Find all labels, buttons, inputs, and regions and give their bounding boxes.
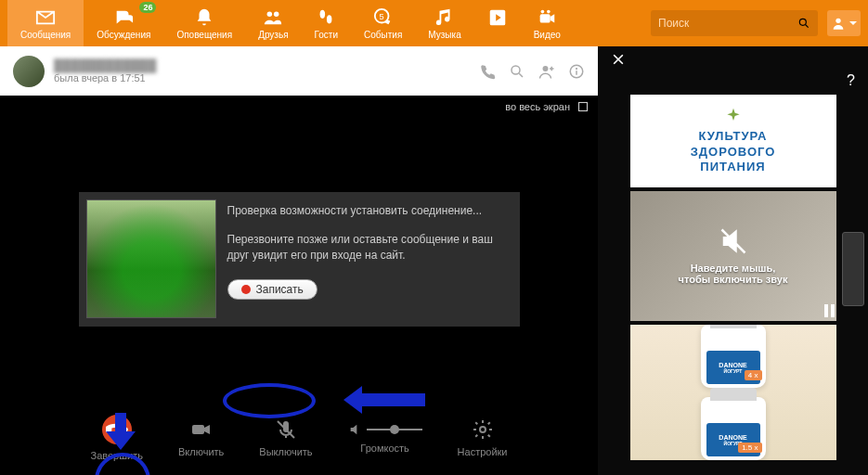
- nav-guests[interactable]: Гости: [302, 0, 351, 46]
- svg-point-1: [274, 11, 279, 16]
- svg-point-19: [480, 427, 486, 432]
- svg-rect-16: [579, 103, 588, 111]
- profile-menu[interactable]: [827, 10, 861, 36]
- pause-icon: [824, 304, 835, 317]
- nav-music[interactable]: Музыка: [415, 0, 473, 46]
- muted-icon: [719, 227, 747, 255]
- brand-text: DANONE: [719, 434, 746, 441]
- nav-messages[interactable]: Сообщения: [7, 0, 84, 46]
- nav-events[interactable]: 5 События: [351, 0, 415, 46]
- svg-point-13: [543, 66, 549, 71]
- video-icon: [190, 418, 213, 441]
- video-toggle[interactable]: Включить: [178, 418, 224, 457]
- svg-point-0: [267, 11, 273, 16]
- volume-control[interactable]: Громкость: [348, 422, 422, 454]
- nav-label: Оповещения: [176, 30, 232, 40]
- ctrl-label: Включить: [178, 446, 224, 457]
- search-input[interactable]: [658, 17, 797, 30]
- chat-header: ████████████ была вчера в 17:51: [0, 46, 598, 96]
- add-person-icon[interactable]: [538, 63, 555, 80]
- nav-label: Обсуждения: [97, 30, 150, 40]
- star-badge-icon: 5: [373, 7, 394, 28]
- last-seen: была вчера в 17:51: [54, 72, 470, 83]
- connection-status: Проверка возможности установить соединен…: [227, 203, 512, 219]
- svg-point-12: [512, 66, 520, 74]
- record-dot-icon: [241, 285, 251, 294]
- search-icon[interactable]: [509, 63, 525, 80]
- svg-point-7: [541, 9, 545, 13]
- bell-icon: [194, 7, 214, 28]
- svg-text:5: 5: [379, 11, 383, 20]
- ad-banner-2[interactable]: DANONEЙОГУРТ 4 x DANONEЙОГУРТ 1.5 x: [630, 325, 836, 460]
- close-icon[interactable]: [611, 52, 626, 67]
- settings-button[interactable]: Настройки: [458, 418, 508, 457]
- info-icon[interactable]: [568, 63, 585, 80]
- nav-label: Друзья: [258, 30, 288, 40]
- ctrl-label: Выключить: [259, 446, 312, 457]
- chat-bubbles-icon: [113, 7, 134, 28]
- brand-text: DANONE: [719, 362, 746, 368]
- price-tag: 1.5 x: [738, 443, 761, 453]
- call-controls: Завершить Включить Выключить Громкость Н…: [0, 401, 598, 475]
- nav-notifications[interactable]: Оповещения: [163, 0, 245, 46]
- people-icon: [263, 7, 283, 28]
- ad-banner-1[interactable]: КУЛЬТУРАЗДОРОВОГОПИТАНИЯ: [630, 95, 836, 187]
- fullscreen-label: во весь экран: [505, 101, 570, 112]
- svg-point-8: [547, 9, 551, 13]
- svg-point-2: [320, 9, 326, 18]
- ad-video[interactable]: Наведите мышь,чтобы включить звук: [630, 191, 836, 321]
- top-navigation: Сообщения 26 Обсуждения Оповещения Друзь…: [0, 0, 868, 46]
- background-panel: [842, 232, 864, 306]
- record-button[interactable]: Записать: [227, 279, 317, 300]
- caret-down-icon: [849, 21, 857, 25]
- price-tag: 4 x: [745, 370, 762, 380]
- nav-label: Сообщения: [20, 30, 71, 40]
- mic-toggle[interactable]: Выключить: [259, 418, 312, 457]
- ad-text: КУЛЬТУРА: [699, 129, 768, 143]
- caller-preview: [86, 199, 216, 318]
- ctrl-label: Громкость: [360, 443, 408, 454]
- ad-text: Наведите мышь,: [691, 263, 776, 274]
- product-image: DANONEЙОГУРТ 4 x: [701, 325, 766, 388]
- expand-icon: [577, 101, 589, 112]
- fullscreen-toggle[interactable]: во весь экран: [0, 96, 598, 118]
- phone-icon[interactable]: [479, 63, 496, 80]
- nav-label: Видео: [534, 30, 561, 40]
- music-note-icon: [434, 7, 455, 28]
- svg-rect-17: [192, 425, 204, 434]
- ctrl-label: Настройки: [458, 446, 508, 457]
- nav-label: [496, 30, 499, 40]
- camera-icon: [537, 7, 557, 28]
- svg-point-11: [836, 19, 840, 23]
- leaf-icon: [724, 107, 743, 125]
- svg-point-15: [576, 67, 577, 69]
- connection-panel: Проверка возможности установить соединен…: [79, 192, 520, 327]
- call-window: ████████████ была вчера в 17:51 во весь …: [0, 46, 598, 475]
- volume-slider[interactable]: [367, 429, 422, 430]
- hangup-icon: [106, 418, 128, 441]
- ad-text: ЗДОРОВОГО: [691, 145, 776, 159]
- nav-discussions[interactable]: 26 Обсуждения: [84, 0, 163, 46]
- contact-avatar[interactable]: [13, 56, 45, 87]
- nav-video[interactable]: Видео: [521, 0, 574, 46]
- play-square-icon: [487, 7, 508, 28]
- discussions-badge: 26: [139, 2, 156, 13]
- help-icon[interactable]: ?: [847, 72, 855, 89]
- speaker-icon: [348, 422, 363, 437]
- side-panel: ? КУЛЬТУРАЗДОРОВОГОПИТАНИЯ Наведите мышь…: [598, 46, 868, 475]
- contact-name[interactable]: ████████████: [54, 58, 470, 72]
- callback-hint: Перезвоните позже или оставьте сообщение…: [227, 232, 512, 263]
- product-image: DANONEЙОГУРТ 1.5 x: [701, 397, 766, 460]
- search-box[interactable]: [651, 10, 818, 36]
- record-label: Записать: [256, 283, 304, 296]
- ctrl-label: Завершить: [90, 450, 142, 461]
- nav-label: Музыка: [428, 30, 460, 40]
- nav-friends[interactable]: Друзья: [245, 0, 301, 46]
- search-icon[interactable]: [797, 16, 810, 31]
- svg-point-10: [799, 19, 806, 25]
- end-call-button[interactable]: Завершить: [90, 415, 142, 461]
- nav-play[interactable]: [474, 0, 521, 46]
- envelope-icon: [35, 7, 56, 28]
- nav-label: События: [364, 30, 402, 40]
- footprints-icon: [316, 7, 336, 28]
